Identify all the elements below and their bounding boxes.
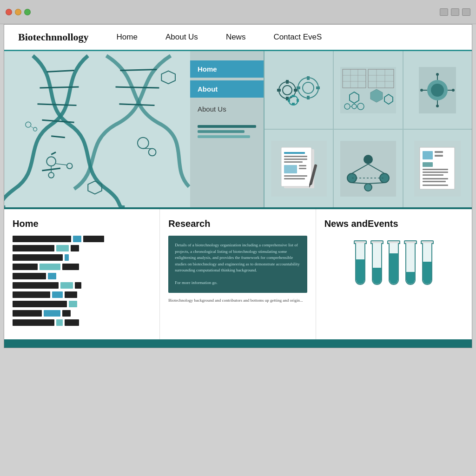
svg-rect-107 [423, 185, 448, 186]
home-col-title: Home [13, 218, 151, 229]
nav-links: Home About Us News Contact EveS [117, 33, 322, 42]
svg-rect-100 [435, 155, 443, 157]
divider-2 [198, 130, 245, 133]
nav-link-contact[interactable]: Contact EveS [273, 33, 322, 41]
close-button[interactable] [6, 9, 12, 15]
browser-zoom-icon[interactable] [440, 8, 448, 16]
network-svg [340, 141, 396, 197]
gears-svg [271, 67, 327, 113]
research-footer-text: Biotechnology background and contributor… [168, 298, 307, 304]
virus-svg [419, 67, 456, 113]
bar-row [13, 301, 151, 307]
maximize-button[interactable] [24, 9, 31, 15]
menu-item-about[interactable]: About [190, 80, 264, 98]
bar-row [13, 236, 151, 242]
bar-segment [13, 319, 54, 326]
bar-row [13, 245, 151, 251]
bar-segment [71, 245, 79, 251]
content-area: Home Research Details of a biotechnology… [4, 209, 472, 339]
svg-rect-104 [423, 174, 443, 176]
menu-item-aboutus[interactable]: About Us [190, 100, 264, 118]
bar-segment [13, 301, 67, 307]
research-col-title: Research [168, 218, 307, 229]
svg-rect-38 [292, 95, 295, 97]
tube-wrapper [404, 240, 417, 285]
website-container: Biotechnnollogy Home About Us News Conta… [4, 24, 472, 348]
bar-row [13, 254, 151, 261]
tube-wrapper [387, 240, 400, 285]
svg-rect-78 [284, 161, 303, 163]
bar-segment [75, 282, 81, 289]
hero-cell-document [264, 130, 333, 207]
nav-link-about[interactable]: About Us [165, 33, 198, 41]
hero-icons-grid [264, 51, 472, 207]
dna-svg [4, 51, 190, 207]
hero-dropdown-menu: Home About About Us [190, 51, 264, 207]
test-tube [355, 243, 365, 285]
svg-rect-81 [299, 168, 306, 169]
svg-rect-106 [423, 181, 446, 182]
svg-rect-35 [297, 86, 300, 89]
bar-segment [73, 236, 81, 242]
svg-rect-76 [284, 156, 307, 157]
tube-wrapper [354, 240, 367, 285]
bar-segment [44, 310, 60, 317]
svg-rect-99 [435, 151, 443, 153]
nav-item-contact[interactable]: Contact EveS [273, 33, 322, 42]
svg-line-9 [116, 87, 159, 88]
svg-rect-80 [299, 165, 306, 166]
tube-fill [406, 272, 415, 284]
hero-cell-gears [264, 51, 333, 129]
tube-wrapper [370, 240, 383, 285]
nav-item-about[interactable]: About Us [165, 33, 198, 42]
bar-segment [56, 319, 63, 326]
nav-item-news[interactable]: News [226, 33, 246, 42]
hero-cell-document2 [403, 130, 472, 207]
dna-illustration [4, 51, 190, 207]
bar-segment [13, 291, 50, 298]
hero-cell-virus [403, 51, 472, 129]
svg-rect-103 [423, 172, 448, 173]
minimize-button[interactable] [15, 9, 21, 15]
nav-link-home[interactable]: Home [117, 33, 138, 41]
browser-resize-icon[interactable] [462, 8, 470, 16]
nav-item-home[interactable]: Home [117, 33, 138, 42]
svg-rect-83 [284, 178, 305, 179]
bar-segment [65, 291, 77, 298]
menu-item-home[interactable]: Home [190, 60, 264, 78]
bar-segment [13, 245, 54, 251]
nav-link-news[interactable]: News [226, 33, 246, 41]
bar-row [13, 282, 151, 289]
bar-segment [52, 291, 63, 298]
bar-segment [13, 236, 71, 242]
patterns-svg [340, 67, 396, 113]
test-tube [405, 243, 416, 285]
bar-segment [13, 282, 59, 289]
bar-segment [60, 282, 73, 289]
svg-rect-82 [284, 175, 307, 177]
browser-buttons [6, 9, 31, 15]
svg-point-67 [436, 105, 439, 107]
svg-rect-36 [316, 86, 320, 89]
svg-rect-102 [423, 169, 448, 170]
navbar: Biotechnnollogy Home About Us News Conta… [4, 25, 472, 51]
bar-segment [13, 310, 42, 317]
svg-point-63 [431, 84, 444, 97]
divider-1 [198, 125, 256, 128]
document-svg [271, 141, 327, 197]
svg-rect-39 [292, 103, 295, 105]
tube-wrapper [421, 240, 434, 285]
bar-segment [62, 310, 71, 317]
tube-fill [390, 253, 398, 284]
bar-segment [65, 319, 79, 326]
test-tube [372, 243, 382, 285]
news-col-title: News andEvents [324, 218, 463, 229]
svg-rect-105 [423, 178, 448, 179]
browser-menu-icon[interactable] [451, 8, 459, 16]
test-tube [422, 243, 432, 285]
test-tube [389, 243, 399, 285]
svg-point-71 [452, 89, 455, 92]
tube-fill [356, 259, 364, 284]
bar-segment [13, 264, 38, 270]
research-main-text: Details of a biotechnology organization … [175, 243, 299, 272]
